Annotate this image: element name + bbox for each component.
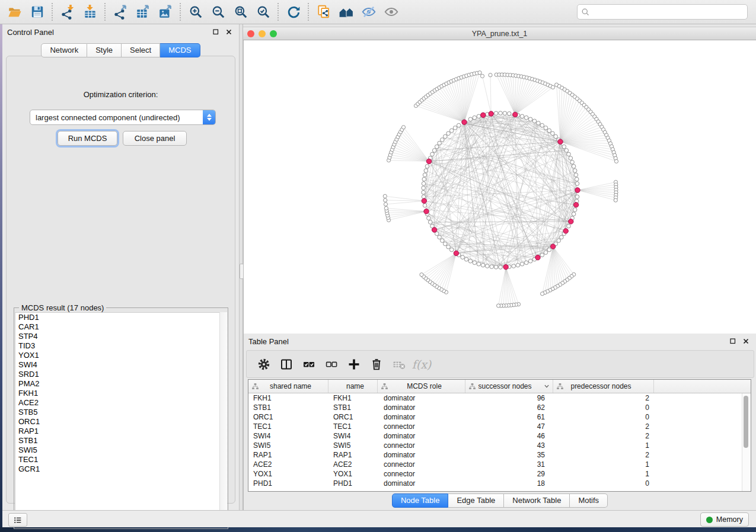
zoom-selected-button[interactable] (252, 2, 275, 22)
export-table-button[interactable] (132, 2, 154, 22)
float-panel-button[interactable] (210, 27, 221, 37)
table-cell[interactable]: ACE2 (328, 460, 378, 469)
mcds-result-item[interactable]: PMA2 (15, 379, 227, 389)
chevron-down-icon[interactable] (544, 383, 550, 389)
table-cell[interactable]: 62 (465, 403, 553, 412)
table-cell[interactable]: 0 (553, 403, 654, 412)
table-cell[interactable]: SWI4 (248, 431, 328, 441)
table-cell[interactable]: STB1 (248, 403, 328, 412)
refresh-layout-button[interactable] (282, 2, 305, 22)
column-header-MCDS-role[interactable]: MCDS role (378, 380, 465, 393)
table-cell[interactable]: PHD1 (328, 479, 378, 488)
table-cell[interactable]: TEC1 (248, 422, 328, 431)
table-cell[interactable]: FKH1 (328, 393, 378, 403)
table-row[interactable]: ACE2ACE2connector311 (248, 460, 751, 469)
mcds-list-scrollbar[interactable] (219, 312, 227, 527)
tab-style[interactable]: Style (87, 43, 122, 57)
run-mcds-button[interactable]: Run MCDS (58, 131, 117, 146)
import-table-button[interactable] (79, 2, 101, 22)
mcds-result-item[interactable]: SWI4 (15, 360, 227, 370)
table-cell[interactable]: connector (378, 441, 465, 450)
table-cell[interactable]: 0 (553, 479, 654, 488)
scrollbar-thumb[interactable] (744, 396, 748, 448)
column-header-successor-nodes[interactable]: successor nodes (465, 380, 553, 393)
new-network-from-selection-button[interactable] (312, 2, 335, 22)
table-cell[interactable]: 1 (553, 441, 654, 450)
save-session-button[interactable] (26, 2, 49, 22)
table-cell[interactable]: RAP1 (248, 450, 328, 460)
add-button[interactable] (343, 354, 365, 375)
column-header-shared-name[interactable]: shared name (248, 380, 328, 393)
table-cell[interactable]: RAP1 (328, 450, 378, 460)
mcds-result-item[interactable]: STB1 (15, 436, 227, 446)
tab-edge-table[interactable]: Edge Table (448, 493, 504, 508)
tab-mcds[interactable]: MCDS (160, 43, 200, 57)
table-cell[interactable]: ACE2 (248, 460, 328, 469)
delete-trash-button[interactable] (365, 354, 388, 375)
mcds-result-item[interactable]: RAP1 (15, 427, 227, 436)
panel-menu-button[interactable] (8, 513, 27, 527)
mcds-result-item[interactable]: GCR1 (15, 464, 227, 474)
mcds-result-list[interactable]: PHD1CAR1STP4TID3YOX1SWI4SRD1PMA2FKH1ACE2… (15, 312, 227, 527)
table-row[interactable]: ORC1ORC1dominator610 (248, 412, 751, 422)
zoom-in-button[interactable] (184, 2, 207, 22)
table-cell[interactable]: ORC1 (248, 412, 328, 422)
table-cell[interactable]: SWI4 (328, 431, 378, 441)
table-row[interactable]: SWI5SWI5connector431 (248, 441, 751, 450)
mcds-result-item[interactable]: YOX1 (15, 351, 227, 360)
mcds-result-item[interactable]: TID3 (15, 341, 227, 351)
zoom-fit-button[interactable] (229, 2, 252, 22)
mcds-result-item[interactable]: CAR1 (15, 322, 227, 332)
table-scrollbar[interactable] (742, 393, 750, 491)
tab-motifs[interactable]: Motifs (570, 493, 608, 508)
table-cell[interactable]: 1 (553, 469, 654, 479)
column-layout-button[interactable] (275, 354, 298, 375)
settings-gear-button[interactable] (253, 354, 275, 375)
network-canvas[interactable] (243, 40, 756, 334)
zoom-out-button[interactable] (207, 2, 229, 22)
table-cell[interactable]: TEC1 (328, 422, 378, 431)
table-cell[interactable]: 31 (465, 460, 553, 469)
table-cell[interactable]: 61 (465, 412, 553, 422)
table-cell[interactable]: dominator (378, 393, 465, 403)
table-cell[interactable]: connector (378, 460, 465, 469)
mcds-result-item[interactable]: FKH1 (15, 389, 227, 398)
table-cell[interactable]: YOX1 (328, 469, 378, 479)
tab-network[interactable]: Network (41, 43, 87, 57)
table-cell[interactable]: dominator (378, 450, 465, 460)
table-cell[interactable]: YOX1 (248, 469, 328, 479)
search-box[interactable] (577, 4, 748, 20)
table-cell[interactable]: connector (378, 469, 465, 479)
mcds-result-item[interactable]: ORC1 (15, 417, 227, 427)
table-cell[interactable]: SWI5 (248, 441, 328, 450)
hide-selected-button[interactable] (358, 2, 380, 22)
table-cell[interactable]: dominator (378, 479, 465, 488)
table-row[interactable]: TEC1TEC1connector472 (248, 422, 751, 431)
network-window-titlebar[interactable]: YPA_prune.txt_1 (243, 27, 756, 40)
show-hidden-button[interactable] (380, 2, 403, 22)
optimization-criterion-select[interactable]: largest connected component (undirected) (30, 110, 216, 125)
table-cell[interactable]: SWI5 (328, 441, 378, 450)
table-cell[interactable]: 18 (465, 479, 553, 488)
tab-select[interactable]: Select (122, 43, 160, 57)
export-network-button[interactable] (109, 2, 132, 22)
column-header-predecessor-nodes[interactable]: predecessor nodes (553, 380, 654, 393)
table-cell[interactable]: 29 (465, 469, 553, 479)
table-cell[interactable]: 2 (553, 393, 654, 403)
search-input[interactable] (593, 7, 744, 17)
select-all-checks-button[interactable] (298, 354, 320, 375)
table-cell[interactable]: dominator (378, 412, 465, 422)
mcds-result-item[interactable]: SRD1 (15, 370, 227, 379)
table-cell[interactable]: connector (378, 422, 465, 431)
table-cell[interactable]: 96 (465, 393, 553, 403)
table-cell[interactable]: 43 (465, 441, 553, 450)
table-cell[interactable]: dominator (378, 431, 465, 441)
table-cell[interactable]: 47 (465, 422, 553, 431)
table-row[interactable]: SWI4SWI4dominator462 (248, 431, 751, 441)
table-row[interactable]: YOX1YOX1connector291 (248, 469, 751, 479)
table-row[interactable]: STB1STB1dominator620 (248, 403, 751, 412)
table-cell[interactable]: 2 (553, 431, 654, 441)
mcds-result-item[interactable]: STP4 (15, 332, 227, 341)
table-cell[interactable]: 0 (553, 412, 654, 422)
float-table-panel-button[interactable] (728, 336, 738, 347)
